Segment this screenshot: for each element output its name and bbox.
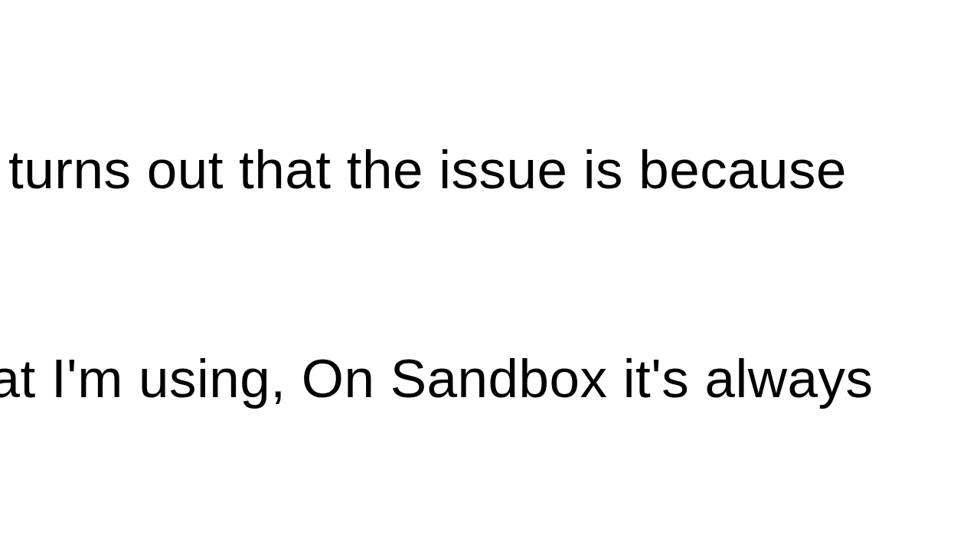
text-line: v that I'm using, On Sandbox it's always [0,344,980,413]
body-text: 1: It turns out that the issue is becaus… [0,0,980,551]
text-line: 1: It turns out that the issue is becaus… [0,135,980,204]
document-viewport: 1: It turns out that the issue is becaus… [0,0,980,551]
